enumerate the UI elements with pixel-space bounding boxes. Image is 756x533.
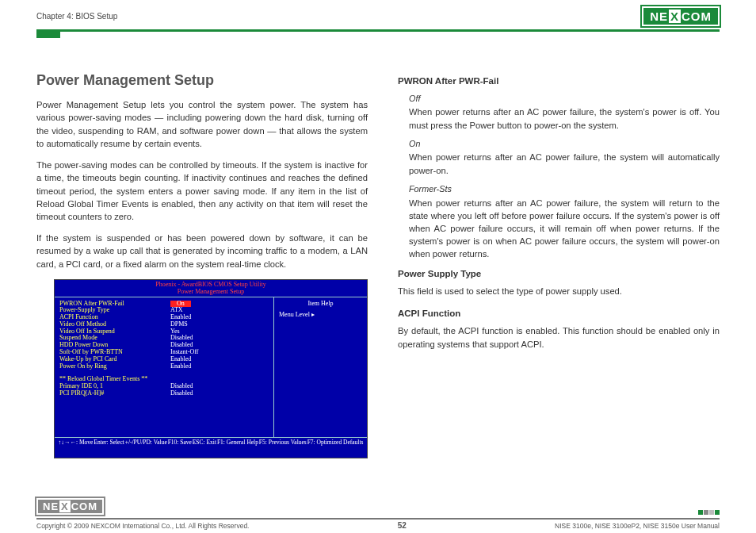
- footer-row: Copyright © 2009 NEXCOM International Co…: [36, 521, 720, 530]
- bios-settings: PWRON After PWR-FailOnPower-Supply TypeA…: [55, 297, 273, 437]
- bios-screenshot: Phoenix - AwardBIOS CMOS Setup Utility P…: [54, 279, 368, 458]
- bios-hint: ↑↓→←: Move: [58, 439, 93, 446]
- heading: ACPI Function: [398, 307, 720, 320]
- menu-level-label: Menu Level: [279, 312, 362, 319]
- bios-hint: F1: General Help: [217, 439, 258, 446]
- paragraph: Power Management Setup lets you control …: [36, 98, 368, 150]
- option-text: When power returns after an AC power fai…: [409, 151, 720, 176]
- left-column: Power Management Setup Power Management …: [36, 70, 368, 458]
- copyright: Copyright © 2009 NEXCOM International Co…: [36, 522, 249, 530]
- page-number: 52: [398, 521, 407, 530]
- footer-squares-icon: [698, 510, 720, 515]
- bios-hint: F10: Save: [168, 439, 192, 446]
- brand-logo: NEXCOM: [642, 6, 720, 26]
- bios-hint: Enter: Select: [94, 439, 124, 446]
- bios-hint: F5: Previous Values: [259, 439, 307, 446]
- header-rule: [36, 29, 720, 32]
- footer: NEXCOM Copyright © 2009 NEXCOM Internati…: [36, 498, 720, 530]
- option-text: When power returns after an AC power fai…: [409, 197, 720, 261]
- paragraph: If the system is suspended or has been p…: [36, 232, 368, 270]
- bios-hint: F7: Optimized Defaults: [307, 439, 364, 446]
- paragraph: The power-saving modes can be controlled…: [36, 159, 368, 223]
- section-title: Power Management Setup: [36, 70, 368, 90]
- footer-rule: [36, 518, 720, 520]
- option-text: When power returns after an AC power fai…: [409, 105, 720, 131]
- option-block: Off When power returns after an AC power…: [409, 93, 720, 261]
- footer-logo: NEXCOM: [36, 498, 104, 515]
- page: Chapter 4: BIOS Setup NEXCOM Power Manag…: [0, 5, 756, 533]
- bios-row: PCI PIRQ[A-H]#Disabled: [59, 390, 269, 397]
- heading: Power Supply Type: [398, 267, 720, 281]
- bios-title: Phoenix - AwardBIOS CMOS Setup Utility P…: [55, 280, 367, 297]
- bios-body: PWRON After PWR-FailOnPower-Supply TypeA…: [55, 297, 367, 438]
- content-columns: Power Management Setup Power Management …: [36, 70, 720, 458]
- bios-row: Power On by RingEnabled: [59, 363, 269, 370]
- right-column: PWRON After PWR-Fail Off When power retu…: [398, 70, 720, 458]
- heading: PWRON After PWR-Fail: [398, 75, 720, 88]
- bios-footer-hints: ↑↓→←: MoveEnter: Select+/-/PU/PD: ValueF…: [55, 438, 367, 447]
- manual-name: NISE 3100e, NISE 3100eP2, NISE 3150e Use…: [555, 522, 720, 530]
- bios-hint: +/-/PU/PD: Value: [125, 439, 167, 446]
- chapter-label: Chapter 4: BIOS Setup: [36, 12, 117, 21]
- option-label: On: [409, 138, 720, 151]
- option-label: Former-Sts: [409, 183, 720, 196]
- option-label: Off: [409, 93, 720, 105]
- paragraph: By default, the ACPI function is enabled…: [398, 324, 720, 350]
- bios-hint: ESC: Exit: [193, 439, 216, 446]
- item-help-label: Item Help: [279, 301, 362, 308]
- header: Chapter 4: BIOS Setup NEXCOM: [36, 5, 720, 27]
- bios-help-pane: Item Help Menu Level: [273, 297, 367, 437]
- paragraph: This field is used to select the type of…: [398, 285, 720, 297]
